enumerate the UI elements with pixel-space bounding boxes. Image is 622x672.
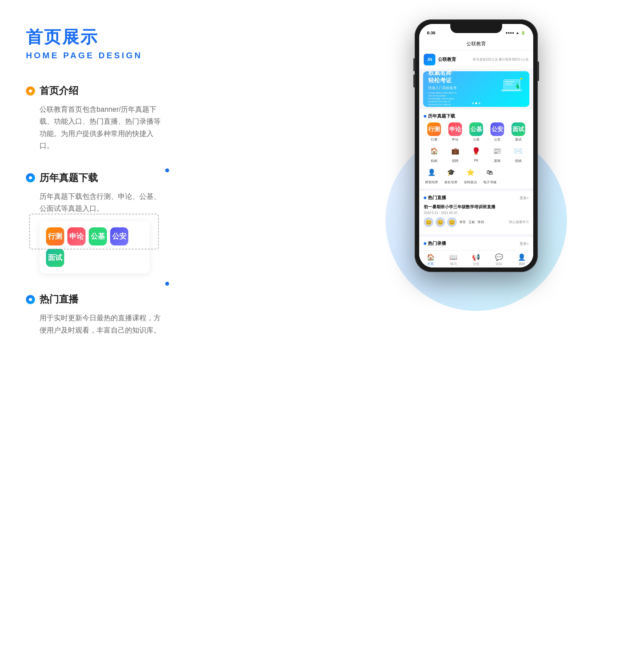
teacher-avatar-1: 😊 xyxy=(424,217,434,227)
wifi-icon: ▲ xyxy=(516,31,519,35)
nav-icon-xinwen: 📰 xyxy=(491,144,504,157)
cat-item-shenlun[interactable]: 申论 申论 xyxy=(446,122,464,142)
nav-item-zhaopin[interactable]: 💼 招聘 xyxy=(449,144,462,163)
annotation-desc-1: 公联教育首页包含banner/历年真题下载、功能入口、热门直播、热门录播等功能。… xyxy=(26,103,162,152)
bottom-nav-home[interactable]: 🏠 主页 xyxy=(427,253,435,266)
nav-row-1[interactable]: 🏠 机构 💼 招聘 🥊 PK 📰 新闻 xyxy=(424,144,529,163)
exam-category-row[interactable]: 行测 行测 申论 申论 公基 公基 公安 公安 xyxy=(424,122,529,142)
past-papers-title: 历年真题下载 xyxy=(424,113,455,119)
brand-bar: JN 公联教育 昨天登录220人次 累计登录300万+人次 xyxy=(419,50,533,69)
live-item-1[interactable]: 初一暑期班小学三年级数学培训班直播 2020.5.21 - 2021.05.10… xyxy=(424,204,529,230)
nav-label-zhengzhi: 实时政治 xyxy=(464,180,477,185)
brand-name: 公联教育 xyxy=(438,57,456,63)
rec-more[interactable]: 更多> xyxy=(520,241,529,246)
screen-content[interactable]: 公联教育 JN 公联教育 昨天登录220人次 累计登录300万+人次 权威名师 … xyxy=(419,38,533,268)
cat-item-gongji[interactable]: 公基 公基 xyxy=(467,122,486,142)
live-item-date: 2020.5.21 - 2021.05.10 xyxy=(424,211,529,215)
live-item-title: 初一暑期班小学三年级数学培训班直播 xyxy=(424,204,529,210)
cat-pill-gongan: 公安 xyxy=(110,227,128,246)
nav-item-xiaozhang[interactable]: 🎓 校长培养 xyxy=(445,166,457,185)
cat-icon-shenlun: 申论 xyxy=(67,227,85,246)
power-button xyxy=(538,62,539,81)
cat-item-gongan[interactable]: 公安 公安 xyxy=(488,122,507,142)
live-more[interactable]: 更多> xyxy=(520,196,529,201)
annotations-panel: 首页介绍 公联教育首页包含banner/历年真题下载、功能入口、热门直播、热门录… xyxy=(26,84,162,356)
annotation-desc-3: 用于实时更新今日最热的直播课程，方便用户及时观看，丰富自己的知识库。 xyxy=(26,312,162,336)
nav-item-zhengzhi[interactable]: ⭐ 实时政治 xyxy=(464,166,477,185)
nav-row-2[interactable]: 👤 师资培养 🎓 校长培养 ⭐ 实时政治 🛍 xyxy=(424,166,529,185)
bottom-nav-icon-profile: 👤 xyxy=(518,253,526,261)
battery-icon: 🔋 xyxy=(521,31,525,35)
nav-icon-zhengzhi: ⭐ xyxy=(464,166,477,179)
nav-item-bookstore[interactable]: 🛍 电子书城 xyxy=(483,166,496,185)
annotation-title-2: 历年真题下载 xyxy=(26,171,162,185)
nav-icon-zhaopin: 💼 xyxy=(449,144,462,157)
nav-label-xinwen: 新闻 xyxy=(494,159,500,163)
annotation-desc-2: 历年真题下载包含行测、申论、公基、公面试等真题入口。 xyxy=(26,190,162,215)
annotation-title-1: 首页介绍 xyxy=(26,84,162,98)
phone-inner: 6:36 ●●●● ▲ 🔋 公联教育 JN 公联教育 昨天登录220人次 累计登… xyxy=(419,24,533,268)
phone-outer: 6:36 ●●●● ▲ 🔋 公联教育 JN 公联教育 昨天登录220人次 累计登… xyxy=(415,20,538,272)
svg-rect-4 xyxy=(505,84,514,85)
cat-icon-gongji: 公基 xyxy=(89,227,107,246)
svg-point-7 xyxy=(520,78,522,80)
bottom-nav-icon-practice: 📖 xyxy=(449,253,457,261)
cat-item-mianshi[interactable]: 面试 面试 xyxy=(509,122,527,142)
bottom-nav-notice[interactable]: 📢 公告 xyxy=(472,253,480,266)
annotation-label-1: 首页介绍 xyxy=(39,84,78,98)
status-right: ●●●● ▲ 🔋 xyxy=(506,31,525,35)
bottom-navigation[interactable]: 🏠 主页 📖 练习 📢 公告 💬 论坛 xyxy=(419,250,533,268)
phone-notch xyxy=(450,24,502,33)
banner-dot-2 xyxy=(475,102,477,104)
bottom-nav-practice[interactable]: 📖 练习 xyxy=(449,253,457,266)
teacher-avatars: 😊 😊 😊 xyxy=(424,217,457,227)
cat-icon-box-gongan: 公安 xyxy=(490,122,504,136)
category-preview: 行测 申论 公基 公安 面试 xyxy=(39,221,150,273)
cat-item-xingce[interactable]: 行测 行测 xyxy=(425,122,444,142)
bottom-nav-label-notice: 公告 xyxy=(473,262,479,266)
cat-icon-xingce: 行测 xyxy=(46,227,64,246)
bottom-nav-forum[interactable]: 💬 论坛 xyxy=(495,253,503,266)
page-title-en: HOME PAGE DESIGN xyxy=(26,50,143,61)
banner-dot-3 xyxy=(479,102,480,104)
bottom-nav-icon-notice: 📢 xyxy=(472,253,480,261)
svg-rect-2 xyxy=(505,81,515,82)
banner-pagination xyxy=(472,102,480,104)
app-banner[interactable]: 权威名师 轻松考证 快速入门高效备考 Living talent educati… xyxy=(423,71,529,107)
past-papers-header: 历年真题下载 xyxy=(424,113,529,119)
volume-up-button xyxy=(413,58,415,71)
nav-label-jigou: 机构 xyxy=(431,159,437,163)
teacher-names: 李军 王彬 李四 xyxy=(459,220,484,224)
connector-dot-1 xyxy=(165,168,169,172)
page-title-area: 首页展示 HOME PAGE DESIGN xyxy=(26,26,143,61)
status-time: 6:36 xyxy=(427,30,436,35)
svg-point-8 xyxy=(502,91,504,92)
nav-item-pk[interactable]: 🥊 PK xyxy=(470,144,483,163)
connector-dot-2 xyxy=(165,282,169,286)
nav-item-tougao[interactable]: ✉️ 投稿 xyxy=(512,144,525,163)
nav-icon-bookstore: 🛍 xyxy=(483,166,496,179)
past-papers-section: 历年真题下载 行测 行测 申论 申论 公基 xyxy=(419,109,533,188)
teacher-avatar-3: 😊 xyxy=(447,217,457,227)
cat-icon-box-gongji: 公基 xyxy=(470,122,483,136)
nav-label-bookstore: 电子书城 xyxy=(483,180,496,185)
banner-title-line1: 权威名师 xyxy=(428,71,481,77)
teacher-avatar-2: 😊 xyxy=(436,217,445,227)
cat-label-gongji: 公基 xyxy=(473,137,479,142)
nav-icon-tougao: ✉️ xyxy=(512,144,525,157)
signal-icon: ●●●● xyxy=(506,31,514,35)
bottom-nav-label-home: 主页 xyxy=(427,262,434,266)
banner-dot-1 xyxy=(472,102,474,104)
nav-item-xinwen[interactable]: 📰 新闻 xyxy=(491,144,504,163)
cat-label-gongan: 公安 xyxy=(494,137,500,142)
bottom-nav-icon-forum: 💬 xyxy=(495,253,503,261)
bottom-nav-label-profile: 我的 xyxy=(519,262,525,266)
bottom-nav-profile[interactable]: 👤 我的 xyxy=(518,253,526,266)
nav-item-jigou[interactable]: 🏠 机构 xyxy=(427,144,441,163)
nav-icon-xiaozhang: 🎓 xyxy=(445,166,457,179)
brand-logo: JN xyxy=(424,54,436,65)
cat-label-shenlun: 申论 xyxy=(452,137,458,142)
bottom-nav-label-forum: 论坛 xyxy=(496,262,502,266)
nav-item-shizipeiyang[interactable]: 👤 师资培养 xyxy=(425,166,438,185)
nav-label-shizipeiyang: 师资培养 xyxy=(425,180,438,185)
